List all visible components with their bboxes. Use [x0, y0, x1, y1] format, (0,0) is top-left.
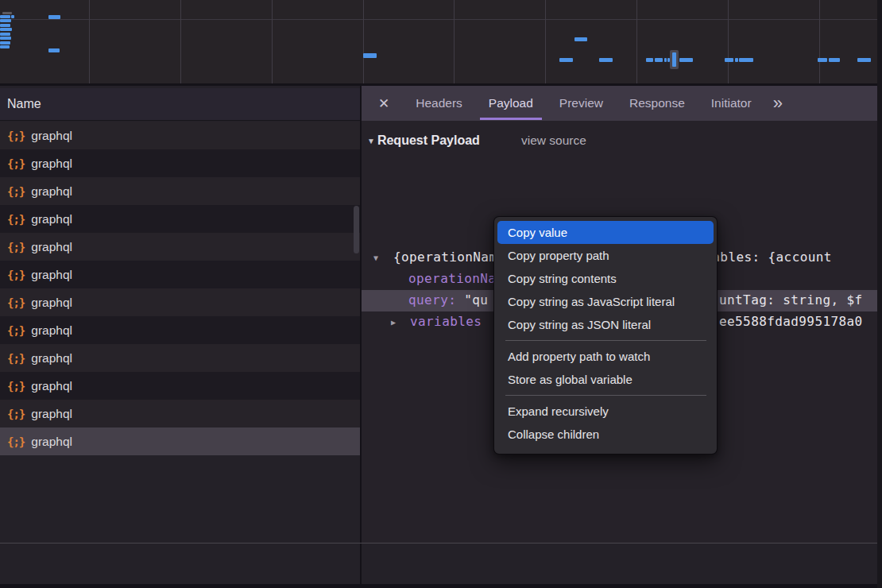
tab-initiator[interactable]: Initiator [711, 86, 752, 121]
request-timing-bar [574, 37, 587, 41]
request-row[interactable]: {;}graphql [0, 205, 360, 233]
overview-gridline [728, 0, 729, 83]
close-icon[interactable]: ✕ [378, 95, 389, 112]
collapse-triangle-icon[interactable]: ▼ [367, 137, 375, 145]
request-timing-bar [655, 58, 663, 62]
request-name: graphql [31, 407, 72, 421]
summary-bar-divider [0, 543, 877, 544]
menu-item-copy-string-as-javascript-literal[interactable]: Copy string as JavaScript literal [497, 290, 714, 313]
json-file-icon: {;} [7, 352, 25, 365]
request-timing-bar [0, 19, 11, 22]
request-timing-bar [0, 28, 12, 31]
pending-request-bar [2, 12, 12, 14]
request-payload-section-header[interactable]: ▼ Request Payload [367, 131, 480, 150]
request-name: graphql [31, 184, 72, 199]
tab-payload[interactable]: Payload [489, 86, 533, 121]
request-row[interactable]: {;}graphql [0, 177, 360, 205]
request-row[interactable]: {;}graphql [0, 122, 360, 149]
more-tabs-icon[interactable]: » [773, 93, 781, 114]
request-list: {;}graphql{;}graphql{;}graphql{;}graphql… [0, 122, 360, 455]
request-timing-bar [0, 24, 10, 27]
request-row[interactable]: {;}graphql [0, 149, 360, 177]
request-name: graphql [31, 157, 72, 171]
request-timing-bar [0, 15, 10, 18]
pane-divider[interactable] [360, 86, 362, 584]
request-row[interactable]: {;}graphql [0, 261, 360, 288]
json-file-icon: {;} [7, 269, 25, 281]
name-column-header[interactable]: Name [0, 88, 360, 121]
request-timing-bar [818, 58, 827, 62]
menu-item-collapse-children[interactable]: Collapse children [497, 423, 714, 446]
request-timing-bar [11, 15, 14, 18]
overview-gridline [363, 0, 364, 83]
request-name: graphql [31, 129, 72, 143]
overview-gridline [454, 0, 455, 83]
json-file-icon: {;} [7, 130, 25, 142]
context-menu: Copy valueCopy property pathCopy string … [493, 216, 718, 455]
json-file-icon: {;} [7, 435, 25, 448]
request-name: graphql [31, 212, 72, 226]
name-column-label: Name [7, 97, 41, 111]
window-bottom-edge [0, 584, 882, 588]
request-list-pane: Name {;}graphql{;}graphql{;}graphql{;}gr… [0, 88, 360, 543]
tab-preview[interactable]: Preview [559, 86, 603, 121]
json-file-icon: {;} [7, 185, 25, 198]
overview-gridline [819, 0, 820, 83]
request-timing-bar [599, 58, 613, 62]
overview-gridline [636, 0, 637, 83]
request-timing-bar [664, 58, 667, 62]
request-name: graphql [31, 268, 72, 282]
request-row[interactable]: {;}graphql [0, 233, 360, 261]
json-file-icon: {;} [7, 324, 25, 337]
menu-item-add-property-path-to-watch[interactable]: Add property path to watch [497, 345, 714, 368]
request-row[interactable]: {;}graphql [0, 288, 360, 316]
menu-item-expand-recursively[interactable]: Expand recursively [497, 400, 714, 423]
overview-gridline-horizontal [0, 19, 877, 20]
window-right-edge [877, 0, 882, 588]
request-name: graphql [31, 323, 72, 338]
section-title: Request Payload [377, 133, 480, 148]
collapsed-triangle-icon[interactable]: ▶ [391, 318, 396, 327]
json-file-icon: {;} [7, 157, 25, 170]
menu-item-copy-property-path[interactable]: Copy property path [497, 244, 714, 267]
request-timing-bar [646, 58, 653, 62]
request-row[interactable]: {;}graphql [0, 400, 360, 427]
menu-item-copy-string-as-json-literal[interactable]: Copy string as JSON literal [497, 313, 714, 336]
property-value-end: untTag: string, $f [719, 292, 863, 308]
menu-item-copy-value[interactable]: Copy value [497, 221, 714, 244]
overview-gridline [180, 0, 181, 83]
request-row[interactable]: {;}graphql [0, 372, 360, 400]
view-source-link[interactable]: view source [521, 133, 586, 148]
scrollbar-thumb[interactable] [354, 206, 359, 253]
request-name: graphql [31, 240, 72, 254]
request-timing-bar [735, 58, 738, 62]
request-timing-bar [0, 37, 11, 40]
request-timing-bar [857, 58, 871, 62]
menu-item-store-as-global-variable[interactable]: Store as global variable [497, 368, 714, 391]
request-timing-bar [0, 41, 10, 44]
menu-divider [505, 395, 706, 396]
request-timing-bar [0, 33, 10, 36]
expand-triangle-icon[interactable]: ▼ [373, 253, 378, 262]
network-overview-strip[interactable] [0, 0, 877, 86]
menu-item-copy-string-contents[interactable]: Copy string contents [497, 267, 714, 290]
request-timing-bar [739, 58, 753, 62]
request-timing-bar [559, 58, 573, 62]
menu-divider [505, 340, 706, 341]
request-row[interactable]: {;}graphql [0, 316, 360, 344]
request-row[interactable]: {;}graphql [0, 344, 360, 372]
tab-response[interactable]: Response [629, 86, 685, 121]
json-file-icon: {;} [7, 241, 25, 253]
request-timing-bar [0, 45, 10, 48]
property-key: query: [408, 292, 456, 308]
request-row[interactable]: {;}graphql [0, 427, 360, 455]
request-timing-bar [48, 15, 60, 19]
json-file-icon: {;} [7, 296, 25, 309]
tab-headers[interactable]: Headers [416, 86, 462, 121]
request-name: graphql [31, 351, 72, 366]
property-key: variables [410, 314, 482, 329]
devtools-network-panel: Name {;}graphql{;}graphql{;}graphql{;}gr… [0, 0, 882, 588]
overview-gridline [545, 0, 546, 83]
overview-gridline [89, 0, 90, 83]
request-timing-bar [679, 58, 693, 62]
